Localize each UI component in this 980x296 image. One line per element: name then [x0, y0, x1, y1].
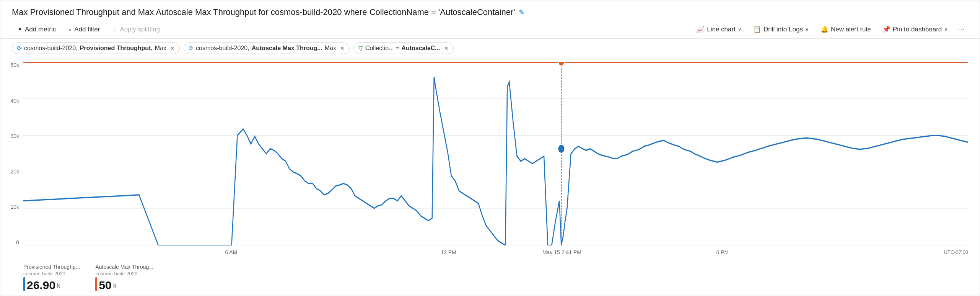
x-axis: 6 AM 12 PM May 15 2:41 PM 6 PM UTC-07:00: [23, 249, 968, 261]
y-axis: 50k 40k 30k 20k 10k 0: [2, 62, 21, 245]
legend-color-bar-2: [95, 277, 97, 291]
more-options-button[interactable]: ···: [954, 23, 968, 36]
apply-splitting-icon: ⁘: [112, 25, 117, 33]
legend-label-2: Autoscale Max Throug...: [95, 264, 153, 270]
metric-chip-1-icon: ⟳: [17, 45, 22, 52]
toolbar-right: 📈 Line chart ∨ 📋 Drill into Logs ∨ 🔔 New…: [691, 23, 968, 36]
filters-bar: ⟳ cosmos-build-2020, Provisioned Through…: [0, 39, 980, 58]
y-label-50k: 50k: [10, 62, 21, 68]
legend-source-1: cosmos-build-2020: [23, 271, 80, 276]
y-label-30k: 30k: [10, 133, 21, 139]
toolbar: ✦ Add metric ⬦ Add filter ⁘ Apply splitt…: [0, 20, 980, 39]
page-title: Max Provisioned Throughput and Max Autos…: [12, 7, 515, 17]
chart-svg: [23, 62, 968, 245]
legend-item-2: Autoscale Max Throug... cosmos-build-202…: [95, 264, 153, 291]
chip2-prefix: cosmos-build-2020,: [196, 45, 249, 52]
legend-value-2: 50: [99, 280, 111, 291]
chip1-close-icon[interactable]: ✕: [170, 45, 175, 51]
legend-bar: Provisioned Throughp... cosmos-build-202…: [23, 261, 968, 296]
chip2-close-icon[interactable]: ✕: [340, 45, 345, 51]
x-label-12pm: 12 PM: [441, 249, 456, 255]
metric-chip-1[interactable]: ⟳ cosmos-build-2020, Provisioned Through…: [12, 43, 180, 54]
drill-logs-icon: 📋: [753, 25, 761, 33]
chip1-bold: Provisioned Throughput,: [80, 45, 153, 52]
legend-source-2: cosmos-build-2020: [95, 271, 153, 276]
legend-unit-2: k: [113, 282, 117, 291]
edit-icon[interactable]: ✎: [519, 8, 524, 16]
line-chart-icon: 📈: [697, 25, 705, 33]
chip1-suffix: Max: [155, 45, 166, 52]
legend-unit-1: k: [57, 282, 60, 291]
line-chart-button[interactable]: 📈 Line chart ∨: [691, 23, 747, 36]
add-filter-icon: ⬦: [68, 26, 72, 33]
y-label-0: 0: [16, 239, 21, 245]
x-label-6pm: 6 PM: [716, 249, 729, 255]
add-metric-icon: ✦: [17, 25, 23, 33]
new-alert-rule-button[interactable]: 🔔 New alert rule: [815, 23, 876, 36]
svg-point-8: [558, 62, 564, 66]
pin-chevron: ∨: [944, 26, 948, 32]
pin-to-dashboard-button[interactable]: 📌 Pin to dashboard ∨: [877, 23, 954, 36]
title-bar: Max Provisioned Throughput and Max Autos…: [0, 0, 980, 20]
chart-area: ‹ › 50k 40k 30k 20k 10k 0: [0, 58, 980, 296]
line-chart-chevron: ∨: [738, 26, 742, 32]
legend-color-bar-1: [23, 277, 25, 291]
legend-value-row-2: 50 k: [95, 277, 153, 291]
drill-logs-chevron: ∨: [805, 26, 809, 32]
add-filter-button[interactable]: ⬦ Add filter: [63, 23, 105, 36]
x-label-utc: UTC-07:00: [944, 249, 968, 255]
filter-chip1-close-icon[interactable]: ✕: [444, 45, 449, 51]
main-container: Max Provisioned Throughput and Max Autos…: [0, 0, 980, 296]
pin-icon: 📌: [882, 25, 890, 33]
alert-icon: 🔔: [820, 25, 829, 33]
legend-item-1: Provisioned Throughp... cosmos-build-202…: [23, 264, 80, 291]
legend-label-1: Provisioned Throughp...: [23, 264, 80, 270]
filter-chip1-bold: AutoscaleC...: [401, 45, 440, 52]
chip1-prefix: cosmos-build-2020,: [24, 45, 78, 52]
metric-chip-2[interactable]: ⟳ cosmos-build-2020, Autoscale Max Throu…: [184, 43, 350, 54]
drill-into-logs-button[interactable]: 📋 Drill into Logs ∨: [748, 23, 814, 36]
filter-chip1-prefix: Collectio... =: [365, 45, 399, 52]
add-metric-button[interactable]: ✦ Add metric: [12, 23, 61, 36]
filter-chip-1[interactable]: ▽ Collectio... = AutoscaleC... ✕: [353, 43, 454, 54]
svg-point-9: [558, 144, 565, 153]
x-label-241pm: May 15 2:41 PM: [542, 249, 581, 255]
legend-value-1: 26.90: [27, 280, 55, 291]
chart-wrapper: 50k 40k 30k 20k 10k 0: [23, 62, 968, 261]
chip2-suffix: Max: [325, 45, 336, 52]
legend-value-row-1: 26.90 k: [23, 277, 80, 291]
metric-chip-2-icon: ⟳: [189, 45, 194, 52]
y-label-10k: 10k: [10, 204, 21, 210]
x-label-6am: 6 AM: [225, 249, 237, 255]
chip2-bold: Autoscale Max Throug...: [252, 45, 322, 52]
toolbar-left: ✦ Add metric ⬦ Add filter ⁘ Apply splitt…: [12, 23, 691, 36]
apply-splitting-button[interactable]: ⁘ Apply splitting: [107, 23, 165, 36]
y-label-20k: 20k: [10, 168, 21, 175]
filter-chip-1-icon: ▽: [358, 45, 363, 52]
y-label-40k: 40k: [10, 98, 21, 104]
